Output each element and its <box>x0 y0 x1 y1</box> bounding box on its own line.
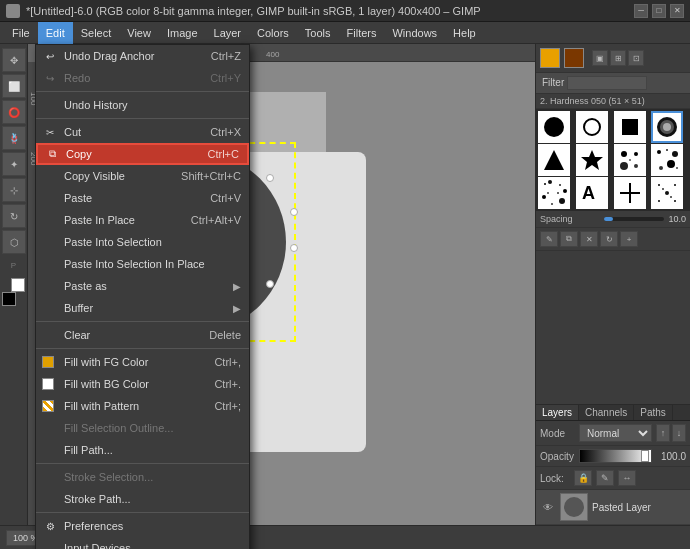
spacing-label: Spacing <box>540 214 600 224</box>
menu-item-clear[interactable]: Clear Delete <box>36 324 249 346</box>
menu-item-paste-into-selection[interactable]: Paste Into Selection <box>36 231 249 253</box>
tool-rect-select[interactable]: ⬜ <box>2 74 26 98</box>
brush-ctrl-add[interactable]: + <box>620 231 638 247</box>
maximize-button[interactable]: □ <box>652 4 666 18</box>
menu-colors[interactable]: Colors <box>249 22 297 44</box>
cut-icon: ✂ <box>42 124 58 140</box>
tool-move[interactable]: ✥ <box>2 48 26 72</box>
minimize-button[interactable]: ─ <box>634 4 648 18</box>
menu-item-undo-drag[interactable]: ↩ Undo Drag Anchor Ctrl+Z <box>36 45 249 67</box>
tab-layers[interactable]: Layers <box>536 405 579 420</box>
tab-channels[interactable]: Channels <box>579 405 634 420</box>
filter-input[interactable] <box>567 76 647 90</box>
tool-rotate[interactable]: ↻ <box>2 204 26 228</box>
spacing-bar[interactable] <box>604 217 664 221</box>
svg-point-13 <box>666 149 668 151</box>
menu-help[interactable]: Help <box>445 22 484 44</box>
tool-lasso[interactable]: 🪢 <box>2 126 26 150</box>
menu-item-paste[interactable]: Paste Ctrl+V <box>36 187 249 209</box>
separator-1 <box>36 91 249 92</box>
layer-thumbnail <box>560 493 588 521</box>
bg-color-indicator[interactable] <box>11 278 25 292</box>
menu-item-undo-history[interactable]: Undo History <box>36 94 249 116</box>
menu-item-fill-path[interactable]: Fill Path... <box>36 439 249 461</box>
brush-ctrl-edit[interactable]: ✎ <box>540 231 558 247</box>
menu-select[interactable]: Select <box>73 22 120 44</box>
close-button[interactable]: ✕ <box>670 4 684 18</box>
separator-3 <box>36 321 249 322</box>
toolbox: ✥ ⬜ ⭕ 🪢 ✦ ⊹ ↻ ⬡ P E <box>0 44 28 525</box>
palette-btn-1[interactable]: ▣ <box>592 50 608 66</box>
palette-btn-3[interactable]: ⊡ <box>628 50 644 66</box>
svg-point-25 <box>547 192 549 194</box>
tool-ellipse-select[interactable]: ⭕ <box>2 100 26 124</box>
menu-image[interactable]: Image <box>159 22 206 44</box>
menu-item-fill-fg[interactable]: Fill with FG Color Ctrl+, <box>36 351 249 373</box>
menu-item-paste-into-selection-in-place[interactable]: Paste Into Selection In Place <box>36 253 249 275</box>
selection-handle-right[interactable] <box>290 208 298 216</box>
menu-item-fill-bg[interactable]: Fill with BG Color Ctrl+. <box>36 373 249 395</box>
mode-select[interactable]: Normal Multiply Screen <box>579 424 652 442</box>
menu-item-fill-pattern[interactable]: Fill with Pattern Ctrl+; <box>36 395 249 417</box>
menu-filters[interactable]: Filters <box>339 22 385 44</box>
mode-arrow-up[interactable]: ↑ <box>656 424 670 442</box>
brush-item-4-selected[interactable] <box>651 111 683 143</box>
opacity-handle[interactable] <box>641 450 649 462</box>
bg-swatch[interactable] <box>564 48 584 68</box>
tool-perspective[interactable]: ⬡ <box>2 230 26 254</box>
brush-ctrl-refresh[interactable]: ↻ <box>600 231 618 247</box>
brush-controls: ✎ ⧉ ✕ ↻ + <box>536 228 690 251</box>
menu-item-copy[interactable]: ⧉ Copy Ctrl+C <box>36 143 249 165</box>
lock-position[interactable]: ↔ <box>618 470 636 486</box>
palette-btn-2[interactable]: ⊞ <box>610 50 626 66</box>
menu-item-paste-as[interactable]: Paste as ▶ <box>36 275 249 297</box>
paste-as-icon <box>42 278 58 294</box>
title-bar: *[Untitled]-6.0 (RGB color 8-bit gamma i… <box>0 0 690 22</box>
menu-item-paste-in-place[interactable]: Paste In Place Ctrl+Alt+V <box>36 209 249 231</box>
menu-item-preferences[interactable]: ⚙ Preferences <box>36 515 249 537</box>
selection-handle-right-bottom[interactable] <box>266 280 274 288</box>
brush-ctrl-copy[interactable]: ⧉ <box>560 231 578 247</box>
menu-edit[interactable]: Edit <box>38 22 73 44</box>
brush-item-1[interactable] <box>538 111 570 143</box>
tab-paths[interactable]: Paths <box>634 405 673 420</box>
brush-ctrl-delete[interactable]: ✕ <box>580 231 598 247</box>
brush-item-2[interactable] <box>576 111 608 143</box>
brush-item-10[interactable]: A <box>576 177 608 209</box>
opacity-bar[interactable] <box>579 449 652 463</box>
fg-color-indicator[interactable] <box>2 292 16 306</box>
layer-visibility-toggle[interactable]: 👁 <box>540 499 556 515</box>
lock-alpha[interactable]: 🔒 <box>574 470 592 486</box>
brush-item-11[interactable] <box>614 177 646 209</box>
menu-view[interactable]: View <box>119 22 159 44</box>
brush-item-9[interactable] <box>538 177 570 209</box>
fg-swatch[interactable] <box>540 48 560 68</box>
selection-handle-right-top[interactable] <box>266 174 274 182</box>
brush-item-5[interactable] <box>538 144 570 176</box>
tool-fuzzy-select[interactable]: ✦ <box>2 152 26 176</box>
menu-item-input-devices[interactable]: Input Devices <box>36 537 249 549</box>
selection-handle-right-mid[interactable] <box>290 244 298 252</box>
menu-item-buffer[interactable]: Buffer ▶ <box>36 297 249 319</box>
svg-rect-2 <box>622 119 638 135</box>
svg-marker-6 <box>581 150 603 170</box>
lock-paint[interactable]: ✎ <box>596 470 614 486</box>
brush-item-7[interactable] <box>614 144 646 176</box>
mode-arrow-down[interactable]: ↓ <box>672 424 686 442</box>
brush-item-6[interactable] <box>576 144 608 176</box>
menu-item-copy-visible[interactable]: Copy Visible Shift+Ctrl+C <box>36 165 249 187</box>
tool-crop[interactable]: ⊹ <box>2 178 26 202</box>
brush-item-3[interactable] <box>614 111 646 143</box>
menu-file[interactable]: File <box>4 22 38 44</box>
buffer-arrow: ▶ <box>233 303 241 314</box>
menu-item-cut[interactable]: ✂ Cut Ctrl+X <box>36 121 249 143</box>
brush-item-12[interactable] <box>651 177 683 209</box>
menu-bar: File Edit Select View Image Layer Colors… <box>0 22 690 44</box>
brush-item-8[interactable] <box>651 144 683 176</box>
menu-windows[interactable]: Windows <box>384 22 445 44</box>
menu-item-stroke-path[interactable]: Stroke Path... <box>36 488 249 510</box>
svg-point-19 <box>548 180 552 184</box>
menu-tools[interactable]: Tools <box>297 22 339 44</box>
menu-layer[interactable]: Layer <box>206 22 250 44</box>
layer-item[interactable]: 👁 Pasted Layer <box>536 490 690 524</box>
